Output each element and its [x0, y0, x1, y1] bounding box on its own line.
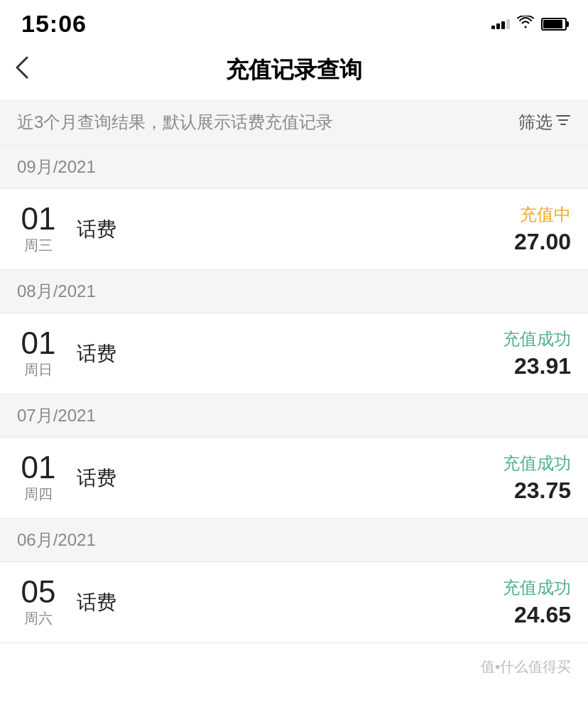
amount-value: 27.00	[514, 229, 571, 255]
status-label: 充值成功	[503, 452, 571, 475]
status-label: 充值中	[520, 203, 571, 226]
page-title: 充值记录查询	[226, 55, 362, 86]
filter-bar: 近3个月查询结果，默认展示话费充值记录 筛选	[0, 99, 588, 146]
back-button[interactable]	[14, 52, 37, 88]
date-col: 01周三	[17, 203, 60, 255]
date-day: 01	[21, 203, 56, 234]
date-weekday: 周三	[24, 236, 53, 255]
transaction-name: 话费	[77, 340, 503, 367]
wifi-icon	[517, 16, 534, 32]
transaction-name: 话费	[77, 216, 514, 243]
date-weekday: 周日	[24, 360, 53, 379]
date-col: 01周四	[17, 452, 60, 504]
month-header-2: 07月/2021	[0, 394, 588, 438]
status-time: 15:06	[21, 10, 87, 38]
transaction-item[interactable]: 01周三话费充值中27.00	[0, 189, 588, 270]
date-day: 01	[21, 452, 56, 483]
status-label: 充值成功	[503, 576, 571, 599]
amount-value: 23.91	[514, 353, 571, 379]
amount-col: 充值成功24.65	[503, 576, 571, 628]
date-day: 05	[21, 576, 56, 608]
date-weekday: 周四	[24, 485, 53, 504]
transaction-name: 话费	[77, 589, 503, 616]
amount-value: 24.65	[514, 602, 571, 628]
status-bar: 15:06	[0, 0, 588, 45]
status-label: 充值成功	[503, 328, 571, 350]
date-col: 05周六	[17, 576, 60, 628]
nav-bar: 充值记录查询	[0, 45, 588, 99]
status-icons	[491, 16, 567, 32]
date-col: 01周日	[17, 328, 60, 379]
amount-col: 充值成功23.91	[503, 328, 571, 379]
signal-icon	[491, 19, 510, 29]
month-header-1: 08月/2021	[0, 270, 588, 313]
filter-label: 筛选	[518, 111, 552, 134]
amount-col: 充值成功23.75	[503, 452, 571, 504]
month-header-3: 06月/2021	[0, 519, 588, 562]
filter-button[interactable]: 筛选	[518, 111, 571, 134]
footer-watermark: 值▪什么值得买	[481, 657, 571, 676]
transactions-list: 09月/202101周三话费充值中27.0008月/202101周日话费充值成功…	[0, 146, 588, 643]
amount-value: 23.75	[514, 478, 571, 504]
filter-description: 近3个月查询结果，默认展示话费充值记录	[17, 111, 333, 134]
transaction-name: 话费	[77, 465, 503, 492]
transaction-item[interactable]: 01周日话费充值成功23.91	[0, 313, 588, 394]
battery-icon	[541, 18, 567, 31]
amount-col: 充值中27.00	[514, 203, 571, 255]
filter-icon	[555, 112, 571, 132]
date-weekday: 周六	[24, 609, 53, 628]
transaction-item[interactable]: 05周六话费充值成功24.65	[0, 562, 588, 643]
transaction-item[interactable]: 01周四话费充值成功23.75	[0, 438, 588, 519]
date-day: 01	[21, 328, 56, 359]
month-header-0: 09月/2021	[0, 146, 588, 189]
